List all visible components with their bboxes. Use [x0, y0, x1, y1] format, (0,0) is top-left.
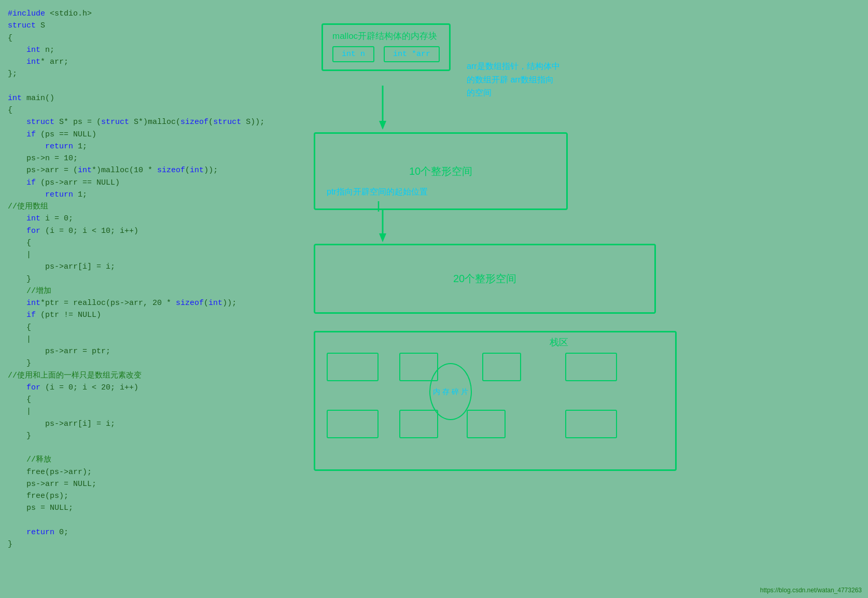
url-text: https://blog.csdn.net/watan_4773263	[760, 587, 862, 594]
code-line-8: {	[8, 104, 290, 116]
code-line-4: int n;	[8, 44, 290, 56]
stack-rect-4	[565, 353, 617, 381]
code-line-27: }	[8, 357, 290, 369]
svg-marker-3	[379, 233, 386, 242]
annotation-line1: arr是数组指针，结构体中	[467, 60, 560, 73]
code-line-15: return 1;	[8, 189, 290, 201]
malloc-title: malloc开辟结构体的内存块	[332, 30, 440, 42]
code-line-36: ps = NULL;	[8, 502, 290, 514]
code-line-23: if (ptr != NULL)	[8, 309, 290, 321]
code-line-13: ps->arr = (int*)malloc(10 * sizeof(int))…	[8, 164, 290, 176]
code-line-35: free(ps);	[8, 490, 290, 502]
code-line-comment1: //使用数组	[8, 201, 290, 213]
annotation-line2: 的数组开辟 arr数组指向	[467, 73, 560, 87]
code-line-16: int i = 0;	[8, 213, 290, 225]
code-line-21: }	[8, 273, 290, 285]
code-line-7: int main()	[8, 92, 290, 104]
code-line-20: ps->arr[i] = i;	[8, 261, 290, 273]
stack-rect-5	[327, 410, 379, 438]
ptr-annotation: ptr指向开辟空间的起始位置	[327, 187, 428, 198]
code-line-5: int* arr;	[8, 56, 290, 68]
code-line-30: |	[8, 406, 290, 418]
stack-rect-6	[399, 410, 438, 438]
stack-box	[314, 331, 677, 471]
code-area: #include <stdio.h> struct S { int n; int…	[0, 0, 296, 598]
malloc-box: malloc开辟结构体的内存块 int n int *arr	[321, 23, 451, 71]
code-line-10: if (ps == NULL)	[8, 129, 290, 141]
svg-marker-1	[379, 121, 386, 130]
code-line-29: {	[8, 394, 290, 406]
code-line-3: {	[8, 32, 290, 44]
annotation-line3: 的空间	[467, 86, 560, 100]
code-line-32: }	[8, 430, 290, 442]
code-line-25: |	[8, 333, 290, 345]
box-20-integers: 20个整形空间	[314, 244, 656, 314]
diagram-area: malloc开辟结构体的内存块 int n int *arr arr是数组指针，…	[296, 0, 868, 598]
code-line-28: for (i = 0; i < 20; i++)	[8, 382, 290, 394]
ptr-arrow	[379, 201, 404, 227]
field-int-n: int n	[332, 46, 374, 62]
code-line-6: };	[8, 68, 290, 80]
stack-rect-1	[327, 353, 379, 381]
code-line-blank2	[8, 442, 290, 454]
code-line-1: #include <stdio.h>	[8, 8, 290, 20]
code-line-12: ps->n = 10;	[8, 152, 290, 164]
malloc-fields: int n int *arr	[332, 46, 440, 62]
field-int-arr: int *arr	[384, 46, 440, 62]
box-20-label: 20个整形空间	[453, 272, 516, 286]
code-line-31: ps->arr[i] = i;	[8, 418, 290, 430]
code-line-comment3: //使用和上面的一样只是数组元素改变	[8, 370, 290, 382]
stack-rect-3	[482, 353, 521, 381]
code-line-blank1	[8, 80, 290, 92]
memory-fragment-text: 内 存 碎 片	[433, 386, 468, 397]
code-line-38: }	[8, 538, 290, 550]
code-line-blank3	[8, 514, 290, 526]
code-line-comment4: //释放	[8, 454, 290, 466]
code-line-17: for (i = 0; i < 10; i++)	[8, 225, 290, 237]
code-line-24: {	[8, 322, 290, 333]
arrow-malloc-to-10	[377, 86, 388, 132]
code-line-37: return 0;	[8, 526, 290, 538]
code-line-19: |	[8, 249, 290, 261]
code-line-33: free(ps->arr);	[8, 466, 290, 478]
code-line-14: if (ps->arr == NULL)	[8, 177, 290, 189]
code-line-34: ps->arr = NULL;	[8, 478, 290, 490]
annotation-arr: arr是数组指针，结构体中 的数组开辟 arr数组指向 的空间	[467, 60, 560, 100]
stack-rect-7	[467, 410, 506, 438]
code-line-9: struct S* ps = (struct S*)malloc(sizeof(…	[8, 116, 290, 128]
page-container: #include <stdio.h> struct S { int n; int…	[0, 0, 868, 598]
code-line-22: int*ptr = realloc(ps->arr, 20 * sizeof(i…	[8, 297, 290, 309]
box-10-label: 10个整形空间	[409, 164, 472, 178]
code-line-11: return 1;	[8, 141, 290, 152]
code-line-comment2: //增加	[8, 285, 290, 297]
stack-rect-8	[565, 410, 617, 438]
code-line-26: ps->arr = ptr;	[8, 345, 290, 357]
code-line-2: struct S	[8, 20, 290, 32]
box-10-integers: 10个整形空间	[314, 132, 568, 210]
code-line-18: {	[8, 237, 290, 249]
stack-title: 栈区	[550, 336, 568, 349]
